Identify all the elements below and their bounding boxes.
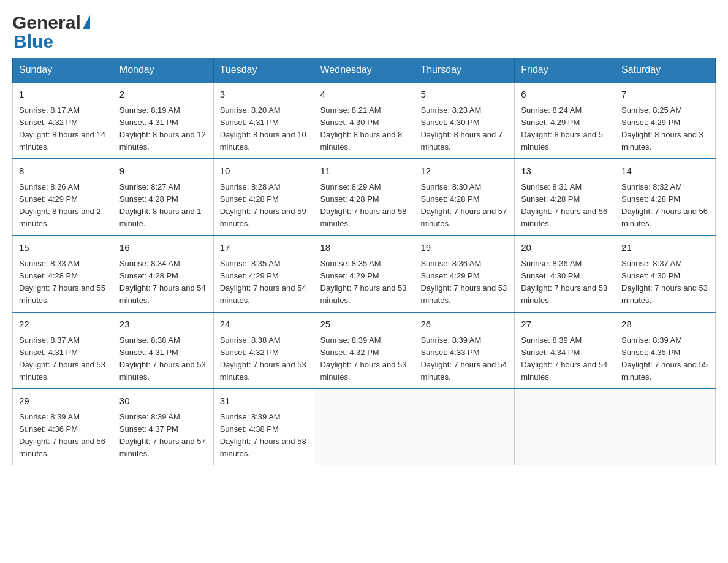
day-number: 30 <box>119 394 207 408</box>
header-wednesday: Wednesday <box>314 58 414 83</box>
day-info: Sunrise: 8:36 AMSunset: 4:29 PMDaylight:… <box>420 259 507 305</box>
day-info: Sunrise: 8:39 AMSunset: 4:35 PMDaylight:… <box>621 335 708 381</box>
calendar-cell: 9 Sunrise: 8:27 AMSunset: 4:28 PMDayligh… <box>113 159 213 236</box>
day-info: Sunrise: 8:19 AMSunset: 4:31 PMDaylight:… <box>119 105 206 151</box>
calendar-cell: 15 Sunrise: 8:33 AMSunset: 4:28 PMDaylig… <box>13 236 113 312</box>
calendar-cell: 25 Sunrise: 8:39 AMSunset: 4:32 PMDaylig… <box>314 312 414 389</box>
calendar-cell: 2 Sunrise: 8:19 AMSunset: 4:31 PMDayligh… <box>113 82 213 159</box>
calendar-header-row: SundayMondayTuesdayWednesdayThursdayFrid… <box>13 58 716 83</box>
day-info: Sunrise: 8:35 AMSunset: 4:29 PMDaylight:… <box>320 259 407 305</box>
logo-triangle-icon <box>83 15 90 29</box>
day-info: Sunrise: 8:39 AMSunset: 4:34 PMDaylight:… <box>521 335 607 381</box>
calendar-cell: 21 Sunrise: 8:37 AMSunset: 4:30 PMDaylig… <box>615 236 716 312</box>
day-number: 11 <box>320 164 408 178</box>
day-info: Sunrise: 8:39 AMSunset: 4:32 PMDaylight:… <box>320 335 407 381</box>
calendar-cell: 11 Sunrise: 8:29 AMSunset: 4:28 PMDaylig… <box>314 159 414 236</box>
calendar-cell: 24 Sunrise: 8:38 AMSunset: 4:32 PMDaylig… <box>213 312 314 389</box>
calendar-cell: 17 Sunrise: 8:35 AMSunset: 4:29 PMDaylig… <box>213 236 314 312</box>
header-sunday: Sunday <box>13 58 113 83</box>
day-info: Sunrise: 8:36 AMSunset: 4:30 PMDaylight:… <box>521 259 607 305</box>
day-number: 8 <box>19 164 107 178</box>
day-number: 22 <box>19 318 107 332</box>
day-number: 9 <box>119 164 207 178</box>
day-info: Sunrise: 8:27 AMSunset: 4:28 PMDaylight:… <box>119 182 202 228</box>
day-number: 23 <box>119 318 207 332</box>
day-number: 28 <box>621 318 709 332</box>
day-info: Sunrise: 8:28 AMSunset: 4:28 PMDaylight:… <box>220 182 306 228</box>
day-info: Sunrise: 8:26 AMSunset: 4:29 PMDaylight:… <box>19 182 101 228</box>
calendar-cell: 23 Sunrise: 8:38 AMSunset: 4:31 PMDaylig… <box>113 312 213 389</box>
day-info: Sunrise: 8:38 AMSunset: 4:31 PMDaylight:… <box>119 335 206 381</box>
header-friday: Friday <box>515 58 615 83</box>
day-info: Sunrise: 8:39 AMSunset: 4:33 PMDaylight:… <box>420 335 507 381</box>
logo: General Blue <box>12 12 90 52</box>
day-number: 2 <box>119 88 207 102</box>
day-number: 25 <box>320 318 408 332</box>
day-number: 26 <box>420 318 508 332</box>
day-info: Sunrise: 8:29 AMSunset: 4:28 PMDaylight:… <box>320 182 407 228</box>
day-number: 27 <box>521 318 609 332</box>
day-number: 19 <box>420 241 508 255</box>
day-number: 14 <box>621 164 709 178</box>
calendar-cell: 16 Sunrise: 8:34 AMSunset: 4:28 PMDaylig… <box>113 236 213 312</box>
logo-blue-text: Blue <box>13 31 53 52</box>
day-number: 31 <box>220 394 308 408</box>
calendar-cell: 5 Sunrise: 8:23 AMSunset: 4:30 PMDayligh… <box>414 82 515 159</box>
week-row-2: 8 Sunrise: 8:26 AMSunset: 4:29 PMDayligh… <box>13 159 716 236</box>
day-info: Sunrise: 8:39 AMSunset: 4:37 PMDaylight:… <box>119 412 206 458</box>
calendar-cell <box>615 389 716 465</box>
calendar-cell <box>314 389 414 465</box>
day-info: Sunrise: 8:25 AMSunset: 4:29 PMDaylight:… <box>621 105 703 151</box>
calendar-cell: 12 Sunrise: 8:30 AMSunset: 4:28 PMDaylig… <box>414 159 515 236</box>
day-number: 4 <box>320 88 408 102</box>
day-number: 13 <box>521 164 609 178</box>
day-number: 1 <box>19 88 107 102</box>
week-row-1: 1 Sunrise: 8:17 AMSunset: 4:32 PMDayligh… <box>13 82 716 159</box>
calendar-cell: 27 Sunrise: 8:39 AMSunset: 4:34 PMDaylig… <box>515 312 615 389</box>
calendar-cell: 1 Sunrise: 8:17 AMSunset: 4:32 PMDayligh… <box>13 82 113 159</box>
calendar-cell: 30 Sunrise: 8:39 AMSunset: 4:37 PMDaylig… <box>113 389 213 465</box>
day-number: 3 <box>220 88 308 102</box>
day-number: 16 <box>119 241 207 255</box>
calendar-cell <box>515 389 615 465</box>
day-number: 6 <box>521 88 609 102</box>
calendar-cell <box>414 389 515 465</box>
calendar-cell: 14 Sunrise: 8:32 AMSunset: 4:28 PMDaylig… <box>615 159 716 236</box>
calendar-cell: 31 Sunrise: 8:39 AMSunset: 4:38 PMDaylig… <box>213 389 314 465</box>
day-info: Sunrise: 8:20 AMSunset: 4:31 PMDaylight:… <box>220 105 306 151</box>
day-info: Sunrise: 8:35 AMSunset: 4:29 PMDaylight:… <box>220 259 306 305</box>
calendar-table: SundayMondayTuesdayWednesdayThursdayFrid… <box>12 58 716 465</box>
day-info: Sunrise: 8:34 AMSunset: 4:28 PMDaylight:… <box>119 259 206 305</box>
day-number: 21 <box>621 241 709 255</box>
week-row-5: 29 Sunrise: 8:39 AMSunset: 4:36 PMDaylig… <box>13 389 716 465</box>
calendar-cell: 10 Sunrise: 8:28 AMSunset: 4:28 PMDaylig… <box>213 159 314 236</box>
calendar-cell: 19 Sunrise: 8:36 AMSunset: 4:29 PMDaylig… <box>414 236 515 312</box>
calendar-cell: 3 Sunrise: 8:20 AMSunset: 4:31 PMDayligh… <box>213 82 314 159</box>
day-info: Sunrise: 8:37 AMSunset: 4:30 PMDaylight:… <box>621 259 708 305</box>
header-thursday: Thursday <box>414 58 515 83</box>
logo-container: General Blue <box>12 12 90 52</box>
day-info: Sunrise: 8:21 AMSunset: 4:30 PMDaylight:… <box>320 105 403 151</box>
day-number: 5 <box>420 88 508 102</box>
header-monday: Monday <box>113 58 213 83</box>
week-row-3: 15 Sunrise: 8:33 AMSunset: 4:28 PMDaylig… <box>13 236 716 312</box>
day-number: 15 <box>19 241 107 255</box>
header-tuesday: Tuesday <box>213 58 314 83</box>
day-info: Sunrise: 8:23 AMSunset: 4:30 PMDaylight:… <box>420 105 502 151</box>
day-info: Sunrise: 8:39 AMSunset: 4:38 PMDaylight:… <box>220 412 306 458</box>
calendar-cell: 20 Sunrise: 8:36 AMSunset: 4:30 PMDaylig… <box>515 236 615 312</box>
day-number: 10 <box>220 164 308 178</box>
day-number: 29 <box>19 394 107 408</box>
header-saturday: Saturday <box>615 58 716 83</box>
day-number: 17 <box>220 241 308 255</box>
day-info: Sunrise: 8:32 AMSunset: 4:28 PMDaylight:… <box>621 182 708 228</box>
logo-general-text: General <box>12 12 81 33</box>
day-number: 20 <box>521 241 609 255</box>
day-info: Sunrise: 8:17 AMSunset: 4:32 PMDaylight:… <box>19 105 105 151</box>
day-number: 12 <box>420 164 508 178</box>
calendar-cell: 29 Sunrise: 8:39 AMSunset: 4:36 PMDaylig… <box>13 389 113 465</box>
page-header: General Blue <box>12 12 716 52</box>
calendar-cell: 26 Sunrise: 8:39 AMSunset: 4:33 PMDaylig… <box>414 312 515 389</box>
calendar-cell: 13 Sunrise: 8:31 AMSunset: 4:28 PMDaylig… <box>515 159 615 236</box>
day-info: Sunrise: 8:38 AMSunset: 4:32 PMDaylight:… <box>220 335 306 381</box>
